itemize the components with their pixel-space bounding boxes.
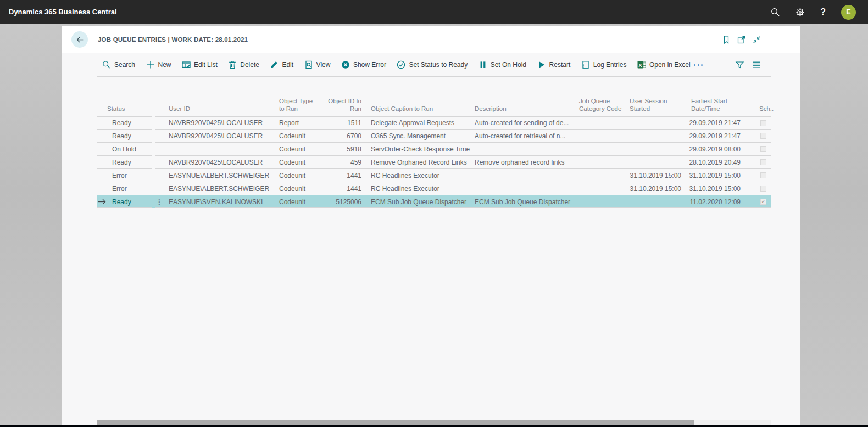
list-view-icon[interactable] [752,60,761,69]
cell-user-id: EASYNUE\SVEN.KALINOWSKI [169,195,263,209]
cell-description: Auto-created for sending of de... [475,117,569,130]
page-card: JOB QUEUE ENTRIES | WORK DATE: 28.01.202… [62,26,800,427]
cell-object-type: Codeunit [279,195,305,209]
scheduled-checkbox[interactable] [760,146,766,152]
gear-icon[interactable] [795,8,805,17]
row-menu-icon[interactable]: ⋮ [156,195,163,209]
scheduled-checkbox[interactable] [760,120,766,126]
page-title: JOB QUEUE ENTRIES | WORK DATE: 28.01.202… [98,26,248,53]
col-header-status[interactable]: Status [107,105,125,113]
search-icon[interactable] [771,8,780,17]
cell-status[interactable]: Error [112,182,127,195]
cell-user-id: NAVBR920V0425\LOCALUSER [169,156,263,169]
cell-object-caption: RC Headlines Executor [371,169,439,182]
toolbar-divider [97,76,771,77]
cell-object-type: Codeunit [279,182,305,195]
cell-object-id: 6700 [310,130,361,143]
cell-object-id: 459 [310,156,361,169]
cell-object-id: 5918 [310,143,361,156]
search-button[interactable]: Search [102,60,135,69]
cell-earliest-start: 29.09.2019 08:00 [683,143,741,156]
cell-status[interactable]: Ready [112,156,131,169]
table-row[interactable]: Ready NAVBR920V0425\LOCALUSER Codeunit 6… [62,130,800,143]
cell-earliest-start: 29.09.2019 21:47 [683,117,741,130]
col-header-object-id[interactable]: Object ID toRun [310,97,361,113]
new-button[interactable]: New [146,60,171,69]
cell-user-session [611,117,681,130]
cell-earliest-start: 29.09.2019 21:47 [683,130,741,143]
col-header-description[interactable]: Description [475,105,507,113]
scheduled-checkbox[interactable] [760,133,766,139]
collapse-icon[interactable] [752,35,761,44]
table-row[interactable]: Ready NAVBR920V0425\LOCALUSER Codeunit 4… [62,156,800,169]
scheduled-checkbox[interactable]: ✓ [760,199,766,205]
view-button[interactable]: View [304,60,331,69]
restart-button[interactable]: Restart [537,60,571,69]
set-status-to-ready-button[interactable]: Set Status to Ready [397,60,468,69]
set-on-hold-button[interactable]: Set On Hold [478,60,526,69]
delete-button[interactable]: Delete [228,60,259,69]
card-header: JOB QUEUE ENTRIES | WORK DATE: 28.01.202… [62,26,800,53]
open-in-excel-button[interactable]: X Open in Excel [637,60,691,69]
cell-object-caption: O365 Sync. Management [371,130,446,143]
cell-user-session [611,156,681,169]
scheduled-checkbox[interactable] [760,159,766,165]
toolbar: Search New Edit List Delete Edit View Sh… [62,53,800,77]
cell-earliest-start: 11.02.2020 12:09 [683,195,741,209]
cell-object-caption: ECM Sub Job Queue Dispatcher [371,195,466,209]
col-header-job-queue-category[interactable]: Job QueueCategory Code [579,97,621,113]
cell-object-caption: Delegate Approval Requests [371,117,454,130]
more-options-icon[interactable] [694,64,703,66]
col-header-scheduled[interactable]: Sch.. [759,105,774,113]
cell-status[interactable]: Ready [112,195,131,209]
cell-status[interactable]: On Hold [112,143,136,156]
cell-user-session: 31.10.2019 15:00 [611,169,681,182]
cell-earliest-start: 31.10.2019 15:00 [683,169,741,182]
cell-user-id: NAVBR920V0425\LOCALUSER [169,117,263,130]
svg-text:X: X [638,63,642,68]
cell-object-caption: RC Headlines Executor [371,182,439,195]
scheduled-checkbox[interactable] [760,186,766,192]
back-button[interactable] [71,31,88,48]
cell-earliest-start: 28.10.2019 20:49 [683,156,741,169]
cell-user-id: EASYNUE\ALBERT.SCHWEIGER [169,182,269,195]
table-row[interactable]: Error EASYNUE\ALBERT.SCHWEIGER Codeunit … [62,182,800,195]
help-icon[interactable]: ? [820,7,826,17]
show-error-button[interactable]: Show Error [341,60,386,69]
table-header: Status User ID Object Typeto Run Object … [62,94,800,116]
cell-object-caption: Remove Orphaned Record Links [371,156,467,169]
cell-user-session [611,195,681,209]
col-header-object-caption[interactable]: Object Caption to Run [371,105,433,113]
log-entries-button[interactable]: Log Entries [581,60,627,69]
col-header-user-id[interactable]: User ID [169,105,190,113]
table-row[interactable]: Ready NAVBR920V0425\LOCALUSER Report 151… [62,117,800,130]
table-row[interactable]: Error EASYNUE\ALBERT.SCHWEIGER Codeunit … [62,169,800,182]
excel-icon: X [637,60,646,69]
cell-object-type: Codeunit [279,130,305,143]
cell-status[interactable]: Ready [112,117,131,130]
cell-object-type: Codeunit [279,169,305,182]
col-header-object-type[interactable]: Object Typeto Run [279,97,313,113]
table-row[interactable]: Ready ⋮ EASYNUE\SVEN.KALINOWSKI Codeunit… [62,195,800,209]
cell-earliest-start: 31.10.2019 15:00 [683,182,741,195]
open-in-window-icon[interactable] [737,35,746,44]
scheduled-checkbox[interactable] [760,172,766,178]
bookmark-icon[interactable] [722,35,731,44]
cell-object-type: Codeunit [279,156,305,169]
col-header-earliest-start[interactable]: Earliest StartDate/Time [691,97,727,113]
cell-user-id: EASYNUE\ALBERT.SCHWEIGER [169,169,269,182]
app-title: Dynamics 365 Business Central [9,0,117,24]
cell-description: ECM Sub Job Queue Dispatcher [475,195,570,209]
edit-button[interactable]: Edit [270,60,293,69]
cell-object-id: 1511 [310,117,361,130]
cell-description: Remove orphaned record links [475,156,564,169]
cell-status[interactable]: Ready [112,130,131,143]
cell-object-id: 1441 [310,169,361,182]
edit-list-button[interactable]: Edit List [182,60,218,69]
table-row[interactable]: On Hold Codeunit 5918 ServOrder-Check Re… [62,143,800,156]
filter-icon[interactable] [735,60,744,69]
cell-status[interactable]: Error [112,169,127,182]
col-header-user-session[interactable]: User SessionStarted [630,97,667,113]
avatar[interactable]: E [841,5,856,20]
topbar: Dynamics 365 Business Central ? E [0,0,868,24]
